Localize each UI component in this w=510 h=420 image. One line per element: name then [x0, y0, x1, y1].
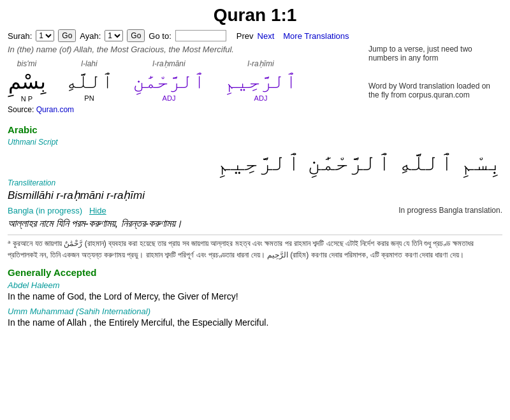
- word-item: l-raḥīmiٱلرَّحِيمِADJ: [224, 59, 297, 102]
- uthmani-label: Uthmani Script: [8, 138, 502, 147]
- translation-header: In (the) name (of) Allah, the Most Graci…: [8, 45, 362, 54]
- word-transliteration: bis'mi: [17, 59, 36, 68]
- word-item: l-raḥmāniٱلرَّحْمَٰنِADJ: [133, 59, 205, 102]
- word-by-word-section: In (the) name (of) Allah, the Most Graci…: [8, 45, 502, 119]
- goto-label: Go to:: [149, 31, 171, 41]
- surah-label: Surah:: [8, 31, 32, 41]
- transliteration-text: Bismillāhi r-raḥmāni r-raḥīmi: [8, 189, 502, 202]
- prev-link[interactable]: Prev: [237, 31, 254, 41]
- word-row: bis'miبِسْمِN Pl-lahiٱللَّهِPNl-raḥmāniٱ…: [8, 59, 362, 103]
- word-item: l-lahiٱللَّهِPN: [65, 59, 113, 102]
- goto-input[interactable]: [175, 30, 226, 41]
- translator-text: In the name of God, the Lord of Mercy, t…: [8, 291, 502, 301]
- bangla-translation-text: আল্লাহর নামে যিনি পরম-করুণাময়, নিরন্তর-…: [8, 218, 502, 229]
- translators-container: Abdel HaleemIn the name of God, the Lord…: [8, 280, 502, 328]
- navigation-row: Surah: 1 Go Ayah: 1 Go Go to: Prev Next …: [8, 29, 502, 42]
- source-qurancom-link[interactable]: Quran.com: [36, 105, 74, 114]
- word-arabic: ٱلرَّحِيمِ: [224, 69, 297, 93]
- surah-select[interactable]: 1: [36, 30, 54, 41]
- word-transliteration: l-raḥmāni: [152, 59, 185, 68]
- translator-text: In the name of Allah , the Entirely Merc…: [8, 317, 502, 328]
- bangla-hide-link[interactable]: Hide: [89, 206, 106, 215]
- annotation-word-by-word: Word by Word translation loaded on the f…: [368, 82, 502, 99]
- word-transliteration: l-raḥīmi: [247, 59, 273, 68]
- annotation-jump: Jump to a verse, just need two numbers i…: [368, 45, 502, 62]
- bangla-annotation: In progress Bangla translation.: [398, 206, 502, 215]
- word-pos: N P: [21, 95, 33, 103]
- word-arabic: ٱللَّهِ: [65, 69, 113, 93]
- translator-name: Abdel Haleem: [8, 280, 502, 290]
- generally-accepted-label: Generally Accepted: [8, 267, 502, 278]
- word-arabic: ٱلرَّحْمَٰنِ: [133, 69, 205, 93]
- ayah-select[interactable]: 1: [105, 30, 123, 41]
- more-translations-link[interactable]: More Translations: [283, 31, 349, 41]
- word-pos: ADJ: [254, 94, 268, 102]
- bangla-section: Bangla (in progress) Hide আল্লাহর নামে য…: [8, 206, 502, 229]
- word-pos: ADJ: [163, 94, 176, 102]
- word-transliteration: l-lahi: [81, 59, 97, 68]
- surah-go-button[interactable]: Go: [58, 29, 76, 42]
- transliteration-label: Transliteration: [8, 178, 502, 187]
- ayah-label: Ayah:: [80, 31, 101, 41]
- page-title: Quran 1:1: [8, 5, 502, 25]
- word-pos: PN: [84, 94, 94, 102]
- word-arabic: بِسْمِ: [8, 69, 46, 94]
- footnote: ᵃ কুরআনে যত জায়গায় رَّحْمَٰنٌ (রাহমান)…: [8, 235, 502, 261]
- ayah-go-button[interactable]: Go: [127, 29, 145, 42]
- translator-name: Umm Muhammad (Sahih International): [8, 307, 502, 316]
- word-item: bis'miبِسْمِN P: [8, 59, 46, 103]
- next-link[interactable]: Next: [258, 31, 275, 41]
- arabic-section-label: Arabic: [8, 124, 502, 135]
- annotation-area: Jump to a verse, just need two numbers i…: [362, 45, 502, 99]
- arabic-text: بِسْمِ ٱللَّهِ ٱلرَّحْمَٰنِ ٱلرَّحِيمِ: [8, 149, 502, 176]
- source-line: Source: Quran.com: [8, 105, 362, 114]
